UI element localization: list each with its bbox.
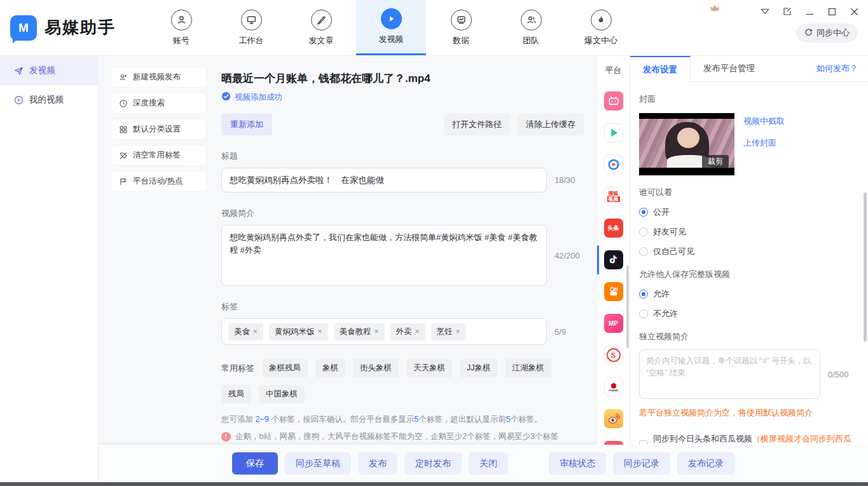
save-button[interactable]: 保存 [232,452,278,475]
clear-upload-cache-button[interactable]: 清除上传缓存 [518,114,584,135]
radio-selected-icon[interactable] [639,208,648,217]
tag-pill[interactable]: 美食教程× [334,323,385,341]
common-tag[interactable]: 象棋残局 [262,359,308,377]
platform-sogou-video[interactable]: S [597,339,630,371]
tag-pill[interactable]: 美食× [228,323,263,341]
tab-platform-manage[interactable]: 发布平台管理 [691,56,768,81]
close-button[interactable] [849,6,859,17]
how-to-publish-link[interactable]: 如何发布？ [816,56,868,81]
re-add-button[interactable]: 重新添加 [221,114,272,135]
vip-crown-icon[interactable] [709,3,720,13]
open-file-path-button[interactable]: 打开文件路径 [444,114,510,135]
tag-remove-icon[interactable]: × [375,327,379,336]
maximize-button[interactable] [827,6,837,17]
platform-weibo[interactable] [597,403,630,435]
publish-button[interactable]: 发布 [358,452,397,475]
tags-input-box[interactable]: 美食× 黄焖鸡米饭× 美食教程× 外卖× 烹饪× [221,318,547,345]
nav-workbench[interactable]: 工作台 [216,0,286,55]
visibility-option-friends[interactable]: 好友可见 [639,226,859,238]
platform-activity-button[interactable]: 平台活动/热点 [111,171,207,192]
platform-bilibili[interactable] [597,85,630,117]
save-option-deny[interactable]: 不允许 [639,308,859,320]
tag-label: 美食教程 [340,327,371,337]
toutiao-icon: 头条 [604,219,623,238]
nav-data[interactable]: 数据 [426,0,496,55]
tag-remove-icon[interactable]: × [318,327,322,336]
sync-to-draft-button[interactable]: 同步至草稿 [285,452,351,475]
minimize-button[interactable] [804,6,815,17]
settings-scrollbar[interactable] [864,192,867,342]
visibility-option-public[interactable]: 公开 [639,206,859,218]
tag-pill[interactable]: 外卖× [390,323,425,341]
common-tag[interactable]: 天天象棋 [406,359,452,377]
common-tag[interactable]: 街头象棋 [353,359,399,377]
deep-search-button[interactable]: 深度搜索 [111,93,207,114]
visibility-option-private[interactable]: 仅自己可见 [639,246,859,257]
scheduled-publish-button[interactable]: 定时发布 [404,452,462,475]
nav-publish-article[interactable]: 发文章 [286,0,356,55]
crop-button[interactable]: 裁剪 [702,155,729,168]
sidebar-item-publish-video-label: 发视频 [29,65,55,76]
menu-dropdown-icon[interactable] [760,6,770,17]
close-form-button[interactable]: 关闭 [469,452,508,475]
upload-cover-link[interactable]: 上传封面 [743,137,785,149]
feedback-icon[interactable] [782,6,792,17]
publish-log-button[interactable]: 发布记录 [677,452,734,475]
platform-scrollbar[interactable] [626,266,629,348]
radio-icon[interactable] [639,309,648,318]
common-tag[interactable]: JJ象棋 [460,359,498,377]
tag-pill[interactable]: 烹饪× [431,323,466,341]
platform-douyin-selected[interactable] [597,244,630,276]
visibility-friends-label: 好友可见 [653,226,686,238]
video-play-icon [381,8,402,29]
platform-meipai[interactable]: MP [597,307,630,339]
save-option-allow[interactable]: 允许 [639,288,859,300]
tab-publish-settings[interactable]: 发布设置 [630,56,691,82]
tag-remove-icon[interactable]: × [253,327,258,336]
platform-haokan-video[interactable] [597,149,630,180]
platform-list-label: 平台 [605,65,622,76]
nav-publish-video[interactable]: 发视频 [356,0,426,55]
sync-log-button[interactable]: 同步记录 [613,452,670,475]
platform-sohu-video[interactable]: 搜狐 视频 [597,180,630,212]
tag-pill[interactable]: 黄焖鸡米饭× [269,323,328,341]
nav-account[interactable]: 账号 [146,0,216,55]
common-tag[interactable]: 残局 [221,385,251,403]
logo-icon: M [10,15,37,41]
nav-hot-center[interactable]: 爆文中心 [566,0,636,55]
capture-from-video-link[interactable]: 视频中截取 [743,116,785,127]
common-tag[interactable]: 江湖象棋 [506,359,551,377]
tags-field-label: 标签 [221,301,584,313]
cover-thumbnail[interactable]: 裁剪 [639,113,734,175]
title-char-counter: 18/30 [555,175,575,185]
common-tag[interactable]: 中国象棋 [259,385,305,403]
nav-team[interactable]: 团队 [496,0,566,55]
new-video-publish-button[interactable]: 新建视频发布 [111,67,207,88]
nav-account-label: 账号 [173,35,189,46]
description-textarea[interactable]: 想吃黄焖鸡别再点外卖了，我们在家也能做，方法很简单#黄焖鸡米饭 #美食 #美食教… [221,225,547,286]
review-status-button[interactable]: 审核状态 [549,452,606,475]
platform-partial-icon[interactable] [604,441,623,445]
bilibili-icon [604,91,623,111]
common-tag[interactable]: 象棋 [315,359,345,377]
tag-remove-icon[interactable]: × [456,327,460,336]
platform-tencent-video[interactable] [597,117,630,149]
radio-selected-icon[interactable] [639,290,648,299]
independent-desc-textarea[interactable] [639,349,820,399]
platform-huawei[interactable]: HUAWEI [597,371,630,403]
radio-icon[interactable] [639,247,648,256]
platform-toutiao[interactable]: 头条 [597,212,630,244]
sidebar-item-publish-video[interactable]: 发视频 [0,56,98,85]
sync-toutiao-checkbox-row[interactable]: 同步到今日头条和西瓜视频（横屏视频才会同步到西瓜视频） [639,433,859,445]
clear-common-tags-button[interactable]: 清空常用标签 [111,145,207,166]
left-sidebar: 发视频 我的视频 [0,56,99,482]
checkbox-icon[interactable] [639,440,648,445]
sync-center-button[interactable]: 同步中心 [796,24,858,43]
radio-icon[interactable] [639,227,648,236]
sidebar-item-my-videos[interactable]: 我的视频 [0,85,98,114]
platform-kuaishou[interactable] [597,276,630,307]
tag-remove-icon[interactable]: × [415,327,420,336]
title-input[interactable] [221,168,547,192]
play-circle-icon [14,95,24,105]
default-category-settings-button[interactable]: 默认分类设置 [111,119,207,140]
